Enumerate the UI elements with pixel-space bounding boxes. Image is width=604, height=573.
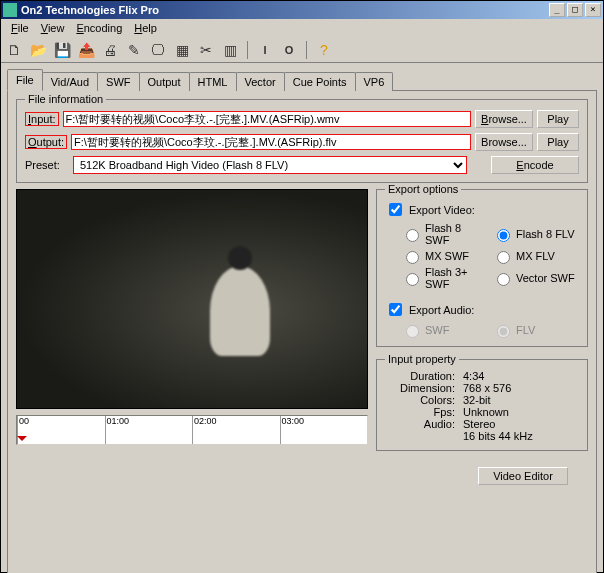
output-icon[interactable]: O: [280, 41, 298, 59]
tab-cue[interactable]: Cue Points: [284, 72, 356, 91]
group-input-property: Input property Duration:4:34 Dimension:7…: [376, 359, 588, 451]
frames-icon[interactable]: ▥: [221, 41, 239, 59]
tab-vidaud[interactable]: Vid/Aud: [42, 72, 98, 91]
stream-icon[interactable]: ▦: [173, 41, 191, 59]
toolbar-sep: [247, 41, 248, 59]
browse-input-button[interactable]: Browse...: [475, 110, 533, 128]
duration-value: 4:34: [463, 370, 484, 382]
preview-area: 00 01:00 02:00 03:00: [16, 189, 368, 485]
new-icon[interactable]: 🗋: [5, 41, 23, 59]
preset-label: Preset:: [25, 159, 69, 171]
export-audio-check[interactable]: Export Audio:: [385, 300, 579, 319]
menu-help[interactable]: Help: [128, 21, 163, 35]
dimension-value: 768 x 576: [463, 382, 511, 394]
help-icon[interactable]: ?: [315, 41, 333, 59]
output-path-field[interactable]: [71, 134, 471, 150]
duration-label: Duration:: [385, 370, 455, 382]
group-file-information: File information Input: Browse... Play O…: [16, 99, 588, 183]
fps-value: Unknown: [463, 406, 509, 418]
group-title-fileinfo: File information: [25, 93, 106, 105]
tabs: File Vid/Aud SWF Output HTML Vector Cue …: [7, 70, 597, 91]
fps-label: Fps:: [385, 406, 455, 418]
video-preview[interactable]: [16, 189, 368, 409]
play-input-button[interactable]: Play: [537, 110, 579, 128]
export-icon[interactable]: 📤: [77, 41, 95, 59]
colors-value: 32-bit: [463, 394, 491, 406]
edit-icon[interactable]: ✎: [125, 41, 143, 59]
encode-button[interactable]: Encode: [491, 156, 579, 174]
dimension-label: Dimension:: [385, 382, 455, 394]
tab-output[interactable]: Output: [139, 72, 190, 91]
timeline-tick: 02:00: [192, 416, 280, 444]
audio-label: Audio:: [385, 418, 455, 430]
tab-html[interactable]: HTML: [189, 72, 237, 91]
radio-flash3swf[interactable]: Flash 3+ SWF: [401, 266, 488, 290]
menubar: File View Encoding Help: [1, 19, 603, 37]
monitor-icon[interactable]: 🖵: [149, 41, 167, 59]
maximize-button[interactable]: □: [567, 3, 583, 17]
close-button[interactable]: ×: [585, 3, 601, 17]
radio-mxflv[interactable]: MX FLV: [492, 248, 579, 264]
radio-flash8flv[interactable]: Flash 8 FLV: [492, 222, 579, 246]
print-icon[interactable]: 🖨: [101, 41, 119, 59]
output-label: Output:: [25, 135, 67, 149]
menu-encoding[interactable]: Encoding: [70, 21, 128, 35]
preset-select[interactable]: 512K Broadband High Video (Flash 8 FLV): [73, 156, 467, 174]
play-output-button[interactable]: Play: [537, 133, 579, 151]
audio-value: Stereo: [463, 418, 495, 430]
tab-file[interactable]: File: [7, 69, 43, 91]
group-export-options: Export options Export Video: Flash 8 SWF…: [376, 189, 588, 347]
panel-file: File information Input: Browse... Play O…: [7, 90, 597, 573]
input-label: Input:: [25, 112, 59, 126]
radio-flash8swf[interactable]: Flash 8 SWF: [401, 222, 488, 246]
menu-view[interactable]: View: [35, 21, 71, 35]
video-editor-button[interactable]: Video Editor: [478, 467, 568, 485]
tab-swf[interactable]: SWF: [97, 72, 139, 91]
timeline-tick: 00: [17, 416, 105, 444]
browse-output-button[interactable]: Browse...: [475, 133, 533, 151]
minimize-button[interactable]: _: [549, 3, 565, 17]
radio-vectorswf[interactable]: Vector SWF: [492, 266, 579, 290]
timeline[interactable]: 00 01:00 02:00 03:00: [16, 415, 368, 445]
radio-audio-flv: FLV: [492, 322, 579, 338]
open-icon[interactable]: 📂: [29, 41, 47, 59]
timeline-tick: 01:00: [105, 416, 193, 444]
toolbar-sep-2: [306, 41, 307, 59]
window-title: On2 Technologies Flix Pro: [21, 4, 547, 16]
radio-audio-swf: SWF: [401, 322, 488, 338]
input-path-field[interactable]: [63, 111, 471, 127]
radio-mxswf[interactable]: MX SWF: [401, 248, 488, 264]
menu-file[interactable]: File: [5, 21, 35, 35]
save-icon[interactable]: 💾: [53, 41, 71, 59]
input-icon[interactable]: I: [256, 41, 274, 59]
titlebar: On2 Technologies Flix Pro _ □ ×: [1, 1, 603, 19]
tab-vp6[interactable]: VP6: [355, 72, 394, 91]
export-video-check[interactable]: Export Video:: [385, 200, 579, 219]
group-title-inputprop: Input property: [385, 353, 459, 365]
timeline-tick: 03:00: [280, 416, 368, 444]
toolbar: 🗋 📂 💾 📤 🖨 ✎ 🖵 ▦ ✂ ▥ I O ?: [1, 37, 603, 63]
app-icon: [3, 3, 17, 17]
colors-label: Colors:: [385, 394, 455, 406]
group-title-export: Export options: [385, 183, 461, 195]
audio-value-2: 16 bits 44 kHz: [463, 430, 533, 442]
cut-icon[interactable]: ✂: [197, 41, 215, 59]
tab-vector[interactable]: Vector: [236, 72, 285, 91]
